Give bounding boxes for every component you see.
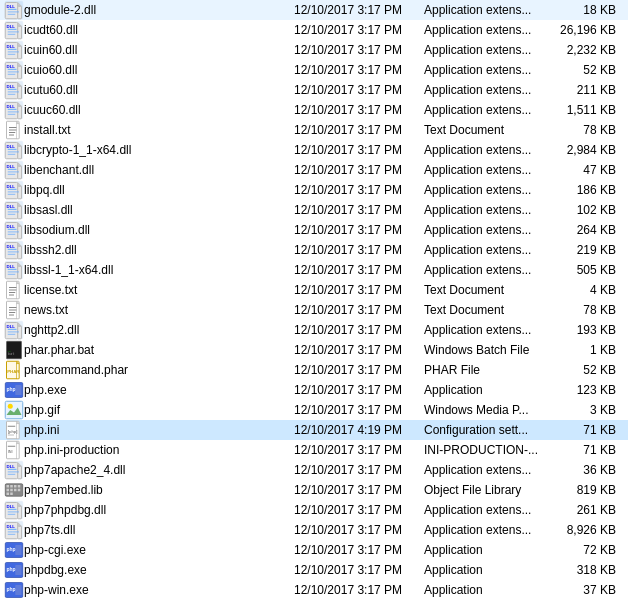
table-row[interactable]: DLL icuio60.dll 12/10/2017 3:17 PM Appli… <box>0 60 628 80</box>
svg-rect-111 <box>8 189 17 190</box>
table-row[interactable]: license.txt 12/10/2017 3:17 PM Text Docu… <box>0 280 628 300</box>
table-row[interactable]: DLL icudt60.dll 12/10/2017 3:17 PM Appli… <box>0 20 628 40</box>
file-icon-dll: DLL <box>4 80 24 100</box>
table-row[interactable]: DLL php7apache2_4.dll 12/10/2017 3:17 PM… <box>0 460 628 480</box>
file-date: 12/10/2017 3:17 PM <box>294 83 424 97</box>
file-type: Application extens... <box>424 463 554 477</box>
table-row[interactable]: php php.exe 12/10/2017 3:17 PM Applicati… <box>0 380 628 400</box>
table-row[interactable]: DLL icuuc60.dll 12/10/2017 3:17 PM Appli… <box>0 100 628 120</box>
svg-rect-45 <box>8 71 19 72</box>
file-icon-txt <box>4 120 24 140</box>
table-row[interactable]: php php-win.exe 12/10/2017 3:17 PM Appli… <box>0 580 628 600</box>
table-row[interactable]: DLL libsodium.dll 12/10/2017 3:17 PM App… <box>0 220 628 240</box>
table-row[interactable]: news.txt 12/10/2017 3:17 PM Text Documen… <box>0 300 628 320</box>
file-date: 12/10/2017 3:17 PM <box>294 403 424 417</box>
table-row[interactable]: DLL libsasl.dll 12/10/2017 3:17 PM Appli… <box>0 200 628 220</box>
file-icon-dll: DLL <box>4 140 24 160</box>
svg-point-200 <box>8 404 13 409</box>
file-icon-dll: DLL <box>4 500 24 520</box>
table-row[interactable]: [php] php.ini 12/10/2017 4:19 PM Configu… <box>0 420 628 440</box>
file-icon-phar: PHAR <box>4 360 24 380</box>
table-row[interactable]: DLL icuin60.dll 12/10/2017 3:17 PM Appli… <box>0 40 628 60</box>
file-size: 505 KB <box>554 263 624 277</box>
file-name: phpdbg.exe <box>24 563 294 577</box>
svg-text:DLL: DLL <box>7 524 16 529</box>
svg-text:DLL: DLL <box>7 84 16 89</box>
file-date: 12/10/2017 3:17 PM <box>294 463 424 477</box>
file-name: php7embed.lib <box>24 483 294 497</box>
file-type: Application <box>424 583 554 597</box>
file-size: 102 KB <box>554 203 624 217</box>
file-type: Text Document <box>424 123 554 137</box>
table-row[interactable]: DLL icutu60.dll 12/10/2017 3:17 PM Appli… <box>0 80 628 100</box>
table-row[interactable]: php7embed.lib 12/10/2017 3:17 PM Object … <box>0 480 628 500</box>
file-date: 12/10/2017 3:17 PM <box>294 443 424 457</box>
svg-rect-226 <box>10 485 13 488</box>
file-date: 12/10/2017 3:17 PM <box>294 263 424 277</box>
table-row[interactable]: DLL libcrypto-1_1-x64.dll 12/10/2017 3:1… <box>0 140 628 160</box>
svg-text:php: php <box>7 566 16 572</box>
table-row[interactable]: DLL libenchant.dll 12/10/2017 3:17 PM Ap… <box>0 160 628 180</box>
table-row[interactable]: DLL php7phpdbg.dll 12/10/2017 3:17 PM Ap… <box>0 500 628 520</box>
table-row[interactable]: _ bat phar.phar.bat 12/10/2017 3:17 PM W… <box>0 340 628 360</box>
table-row[interactable]: DLL libssh2.dll 12/10/2017 3:17 PM Appli… <box>0 240 628 260</box>
svg-text:DLL: DLL <box>7 504 16 509</box>
table-row[interactable]: PHAR pharcommand.phar 12/10/2017 3:17 PM… <box>0 360 628 380</box>
file-name: icuin60.dll <box>24 43 294 57</box>
file-size: 18 KB <box>554 3 624 17</box>
table-row[interactable]: php phpdbg.exe 12/10/2017 3:17 PM Applic… <box>0 560 628 580</box>
svg-text:DLL: DLL <box>7 224 16 229</box>
file-type: Application <box>424 563 554 577</box>
table-row[interactable]: DLL nghttp2.dll 12/10/2017 3:17 PM Appli… <box>0 320 628 340</box>
table-row[interactable]: DLL libpq.dll 12/10/2017 3:17 PM Applica… <box>0 180 628 200</box>
svg-rect-229 <box>7 489 10 492</box>
svg-text:DLL: DLL <box>7 184 16 189</box>
table-row[interactable]: php.gif 12/10/2017 3:17 PM Windows Media… <box>0 400 628 420</box>
file-type: Text Document <box>424 303 554 317</box>
file-size: 219 KB <box>554 243 624 257</box>
file-size: 1,511 KB <box>554 103 624 117</box>
file-date: 12/10/2017 3:17 PM <box>294 503 424 517</box>
file-type: Application extens... <box>424 3 554 17</box>
file-list: DLL gmodule-2.dll 12/10/2017 3:17 PM App… <box>0 0 628 600</box>
table-row[interactable]: DLL php7ts.dll 12/10/2017 3:17 PM Applic… <box>0 520 628 540</box>
svg-rect-46 <box>8 74 16 75</box>
file-icon-dll: DLL <box>4 520 24 540</box>
file-date: 12/10/2017 3:17 PM <box>294 283 424 297</box>
svg-rect-89 <box>8 154 16 155</box>
file-name: icudt60.dll <box>24 23 294 37</box>
svg-rect-9 <box>8 11 19 12</box>
file-icon-txt <box>4 280 24 300</box>
svg-rect-221 <box>8 471 19 472</box>
file-icon-exe-php: php <box>4 540 24 560</box>
svg-rect-230 <box>10 489 13 492</box>
file-type: INI-PRODUCTION-... <box>424 443 554 457</box>
table-row[interactable]: install.txt 12/10/2017 3:17 PM Text Docu… <box>0 120 628 140</box>
svg-rect-225 <box>7 485 10 488</box>
svg-text:DLL: DLL <box>7 144 16 149</box>
file-size: 264 KB <box>554 223 624 237</box>
file-type: Windows Batch File <box>424 343 554 357</box>
svg-rect-220 <box>8 469 17 470</box>
file-date: 12/10/2017 3:17 PM <box>294 303 424 317</box>
table-row[interactable]: INI php.ini-production 12/10/2017 3:17 P… <box>0 440 628 460</box>
svg-text:DLL: DLL <box>7 464 16 469</box>
file-date: 12/10/2017 3:17 PM <box>294 523 424 537</box>
svg-rect-136 <box>8 231 19 232</box>
file-size: 26,196 KB <box>554 23 624 37</box>
file-type: Object File Library <box>424 483 554 497</box>
file-type: Application extens... <box>424 63 554 77</box>
svg-rect-147 <box>8 249 17 250</box>
file-size: 52 KB <box>554 63 624 77</box>
file-icon-exe-php: php <box>4 580 24 600</box>
file-size: 2,232 KB <box>554 43 624 57</box>
file-name: php7apache2_4.dll <box>24 463 294 477</box>
table-row[interactable]: DLL libssl-1_1-x64.dll 12/10/2017 3:17 P… <box>0 260 628 280</box>
file-type: Application extens... <box>424 243 554 257</box>
svg-text:php: php <box>7 386 16 392</box>
svg-text:php: php <box>7 546 16 552</box>
file-name: libssl-1_1-x64.dll <box>24 263 294 277</box>
table-row[interactable]: php php-cgi.exe 12/10/2017 3:17 PM Appli… <box>0 540 628 560</box>
file-name: php.ini <box>24 423 294 437</box>
table-row[interactable]: DLL gmodule-2.dll 12/10/2017 3:17 PM App… <box>0 0 628 20</box>
